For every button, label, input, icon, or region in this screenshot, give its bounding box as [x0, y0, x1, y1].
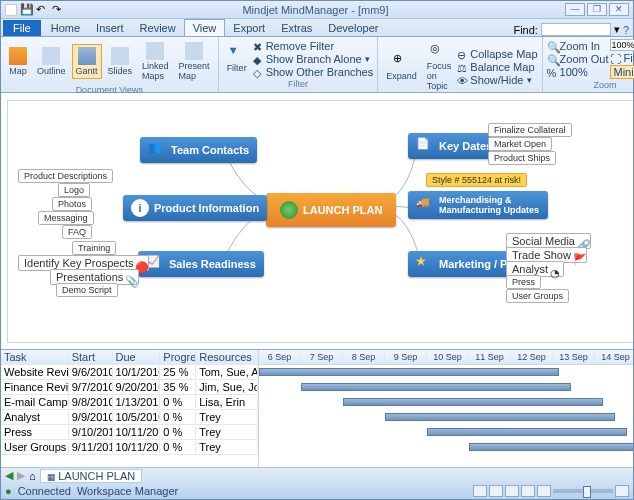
maximize-button[interactable]: ❐	[587, 3, 607, 16]
remove-filter-button[interactable]: ✖Remove Filter	[253, 40, 374, 52]
gantt-day: 13 Sep	[553, 350, 595, 364]
view-slides-button[interactable]: Slides	[104, 44, 137, 79]
view-gantt-button[interactable]: Gantt	[72, 44, 102, 79]
tab-extras[interactable]: Extras	[273, 20, 320, 36]
doc-tab[interactable]: ▦ LAUNCH PLAN	[40, 469, 143, 483]
zoom-slider[interactable]	[553, 489, 613, 493]
gantt-day: 9 Sep	[385, 350, 427, 364]
gantt-panel: TaskStartDueProgressResources Website Re…	[1, 349, 633, 467]
gantt-row[interactable]: Finance Review9/7/20109/20/201035 %Jim, …	[1, 380, 258, 395]
ribbon: Map Outline Gantt Slides Linked Maps Pre…	[1, 37, 633, 93]
progress-icon: ◔	[550, 267, 558, 275]
home-icon[interactable]: ⌂	[29, 470, 36, 482]
balance-button[interactable]: ⚖Balance Map	[457, 61, 537, 73]
undo-icon[interactable]: ↶	[36, 3, 50, 17]
nav-fwd-icon[interactable]: ▶	[17, 469, 25, 482]
find-input[interactable]	[541, 23, 611, 36]
document-tabs: ◀ ▶ ⌂ ▦ LAUNCH PLAN	[1, 467, 633, 483]
focus-button[interactable]: ◎Focus on Topic	[423, 39, 456, 94]
tag[interactable]: Logo	[58, 183, 90, 197]
status-bar: ● Connected Workspace Manager	[1, 483, 633, 499]
zoom-100-button[interactable]: %100%	[547, 66, 609, 78]
node-sales[interactable]: 📈Sales Readiness	[138, 251, 264, 277]
node-merch[interactable]: 🚚Merchandising & Manufacturing Updates	[408, 191, 548, 219]
show-branch-button[interactable]: ◆Show Branch Alone ▾	[253, 53, 374, 65]
app-icon	[5, 4, 17, 16]
tag[interactable]: Training	[72, 241, 116, 255]
node-contacts[interactable]: 👥Team Contacts	[140, 137, 257, 163]
close-button[interactable]: ✕	[609, 3, 629, 16]
gantt-day: 7 Sep	[301, 350, 343, 364]
gantt-row[interactable]: Website Review9/6/201010/1/2010...25 %To…	[1, 365, 258, 380]
view-mode-4[interactable]	[521, 485, 535, 497]
find-dropdown-icon[interactable]: ▾	[614, 23, 620, 36]
gantt-row[interactable]: Analyst9/9/201010/5/20100 %Trey	[1, 410, 258, 425]
callout-risk[interactable]: Style # 555124 at risk!	[426, 173, 527, 187]
tab-export[interactable]: Export	[225, 20, 273, 36]
flag-icon: 🚩	[573, 253, 581, 261]
status-wm[interactable]: Workspace Manager	[77, 485, 178, 497]
gantt-day: 6 Sep	[259, 350, 301, 364]
gantt-day: 11 Sep	[469, 350, 511, 364]
tab-insert[interactable]: Insert	[88, 20, 132, 36]
filter-button[interactable]: ▼Filter	[223, 41, 251, 76]
gantt-day: 8 Sep	[343, 350, 385, 364]
minimize-button[interactable]: —	[565, 3, 585, 16]
gantt-row[interactable]: User Groups9/11/201010/11/201...0 %Trey	[1, 440, 258, 455]
view-mode-5[interactable]	[537, 485, 551, 497]
node-center[interactable]: LAUNCH PLAN	[266, 193, 396, 227]
gantt-row[interactable]: E-mail Campaigns9/8/20101/13/20110 %Lisa…	[1, 395, 258, 410]
tag[interactable]: Press	[506, 275, 541, 289]
nav-back-icon[interactable]: ◀	[5, 469, 13, 482]
gantt-row[interactable]: Press9/10/201010/11/201...0 %Trey	[1, 425, 258, 440]
collapse-button[interactable]: ⊖Collapse Map	[457, 48, 537, 60]
tab-view[interactable]: View	[184, 19, 226, 36]
tag[interactable]: User Groups	[506, 289, 569, 303]
view-linked-button[interactable]: Linked Maps	[138, 39, 173, 84]
view-outline-button[interactable]: Outline	[33, 44, 70, 79]
view-map-button[interactable]: Map	[5, 44, 31, 79]
showhide-button[interactable]: 👁Show/Hide ▾	[457, 74, 537, 86]
quick-access-toolbar: 💾 ↶ ↷	[20, 3, 66, 17]
tag[interactable]: Photos	[52, 197, 92, 211]
gantt-table: TaskStartDueProgressResources Website Re…	[1, 350, 259, 467]
tag[interactable]: Demo Script	[56, 283, 118, 297]
help-icon[interactable]: ?	[623, 24, 629, 36]
tag[interactable]: Market Open	[488, 137, 552, 151]
zoom-input[interactable]	[610, 39, 634, 51]
mindmap-canvas[interactable]: LAUNCH PLAN 👥Team Contacts iProduct Info…	[7, 100, 633, 343]
redo-icon[interactable]: ↷	[52, 3, 66, 17]
tag[interactable]: Messaging	[38, 211, 94, 225]
gantt-day: 12 Sep	[511, 350, 553, 364]
save-icon[interactable]: 💾	[20, 3, 34, 17]
tag[interactable]: Finalize Collateral	[488, 123, 572, 137]
expand-button[interactable]: ⊕Expand	[382, 49, 421, 84]
tag[interactable]: Product Ships	[488, 151, 556, 165]
fit-map-button[interactable]: ⛶Fit Map	[610, 52, 634, 64]
view-mode-3[interactable]	[505, 485, 519, 497]
attach-icon: 📎	[125, 275, 133, 283]
tab-home[interactable]: Home	[43, 20, 88, 36]
status-connected: Connected	[18, 485, 71, 497]
ribbon-tabs: File Home Insert Review View Export Extr…	[1, 19, 633, 37]
zoom-in-button[interactable]: 🔍Zoom In	[547, 40, 609, 52]
titlebar: 💾 ↶ ↷ Mindjet MindManager - [mm9] — ❐ ✕	[1, 1, 633, 19]
fullscreen-icon[interactable]	[615, 485, 629, 497]
show-other-button[interactable]: ◇Show Other Branches	[253, 66, 374, 78]
view-mode-2[interactable]	[489, 485, 503, 497]
priority-icon: 🔴	[135, 261, 143, 269]
tab-file[interactable]: File	[3, 20, 41, 36]
gantt-chart[interactable]: 6 Sep7 Sep8 Sep9 Sep10 Sep11 Sep12 Sep13…	[259, 350, 633, 467]
view-present-button[interactable]: Present Map	[175, 39, 214, 84]
zoom-out-button[interactable]: 🔍Zoom Out	[547, 53, 609, 65]
tag[interactable]: Product Descriptions	[18, 169, 113, 183]
tab-developer[interactable]: Developer	[320, 20, 386, 36]
link-icon: 🔗	[577, 239, 585, 247]
mini-view-button[interactable]: Mini View	[610, 65, 634, 79]
window-title: Mindjet MindManager - [mm9]	[66, 4, 565, 16]
node-info[interactable]: iProduct Information	[123, 195, 267, 221]
view-mode-1[interactable]	[473, 485, 487, 497]
tab-review[interactable]: Review	[132, 20, 184, 36]
tag[interactable]: FAQ	[62, 225, 92, 239]
node-dates[interactable]: 📄Key Dates	[408, 133, 500, 159]
